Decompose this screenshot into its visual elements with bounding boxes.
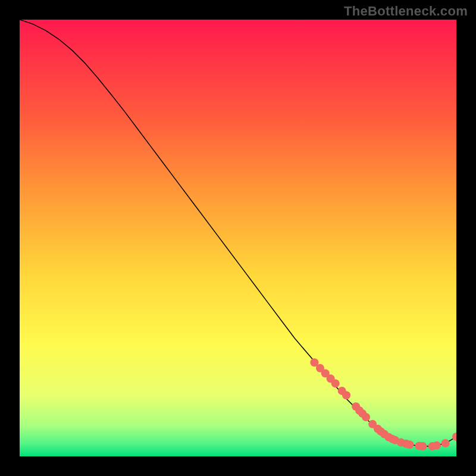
data-point bbox=[433, 441, 441, 450]
data-point bbox=[418, 442, 427, 450]
chart-svg bbox=[20, 20, 456, 456]
data-point bbox=[405, 440, 414, 449]
chart-root: TheBottleneck.com bbox=[0, 0, 476, 476]
data-point bbox=[441, 439, 450, 447]
data-point bbox=[342, 391, 350, 399]
data-point bbox=[331, 379, 340, 387]
watermark-label: TheBottleneck.com bbox=[344, 4, 468, 19]
gradient-background bbox=[20, 20, 456, 456]
plot-area bbox=[20, 20, 456, 456]
data-point bbox=[362, 413, 370, 421]
